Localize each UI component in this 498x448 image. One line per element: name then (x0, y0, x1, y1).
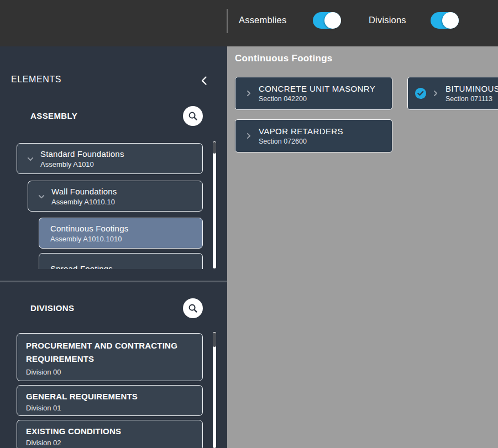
section-card-title: CONCRETE UNIT MASONRY (259, 83, 375, 94)
page-title: Continuous Footings (235, 53, 333, 64)
topbar-divider (227, 9, 228, 33)
tree-item-wall-foundations[interactable]: Wall Foundations Assembly A1010.10 (28, 181, 203, 212)
search-icon (187, 110, 199, 122)
sidebar-title: ELEMENTS (11, 75, 61, 85)
section-card-vapor-retarders[interactable]: VAPOR RETARDERS Section 072600 (235, 119, 392, 152)
assembly-tree: Standard Foundations Assembly A1010 Wall… (0, 141, 227, 269)
divisions-toggle-label: Divisions (369, 15, 406, 25)
section-card-subtitle: Section 071113 (445, 94, 498, 104)
division-item-00[interactable]: PROCUREMENT AND CONTRACTING REQUIREMENTS… (17, 333, 203, 381)
section-card-title: BITUMINOUS (445, 83, 498, 94)
chevron-right-icon (430, 88, 441, 99)
divisions-list: PROCUREMENT AND CONTRACTING REQUIREMENTS… (0, 330, 227, 448)
divisions-toggle-knob (442, 12, 459, 29)
chevron-down-icon (36, 191, 47, 202)
division-subtitle: Division 01 (26, 403, 193, 413)
chevron-down-icon (25, 154, 36, 165)
section-card-subtitle: Section 042200 (259, 94, 375, 104)
chevron-right-icon (243, 88, 254, 99)
assemblies-toggle[interactable] (313, 12, 341, 29)
tree-item-subtitle: Assembly A1010.1010 (50, 234, 128, 244)
tree-item-title: Wall Foundations (51, 186, 117, 197)
division-item-01[interactable]: GENERAL REQUIREMENTS Division 01 (17, 385, 203, 416)
tree-item-title: Spread Footings (50, 263, 113, 270)
division-title: GENERAL REQUIREMENTS (26, 390, 193, 403)
tree-item-subtitle: Assembly A1010.10 (51, 197, 117, 207)
assembly-scrollbar-thumb[interactable] (213, 142, 216, 154)
section-cards: CONCRETE UNIT MASONRY Section 042200 BIT… (235, 77, 498, 152)
division-title: PROCUREMENT AND CONTRACTING REQUIREMENTS (26, 339, 193, 366)
search-icon (187, 302, 199, 314)
section-card-concrete-unit-masonry[interactable]: CONCRETE UNIT MASONRY Section 042200 (235, 77, 392, 110)
check-circle-icon (415, 87, 427, 99)
sidebar-collapse-button[interactable] (198, 74, 211, 87)
chevron-right-icon (243, 130, 254, 141)
divisions-toggle[interactable] (431, 12, 459, 29)
section-card-bituminous[interactable]: BITUMINOUS Section 071113 (407, 77, 498, 110)
division-subtitle: Division 00 (26, 367, 193, 377)
section-card-title: VAPOR RETARDERS (259, 126, 343, 137)
tree-item-spread-footings[interactable]: Spread Footings (39, 253, 203, 269)
divisions-section-title: DIVISIONS (30, 303, 74, 313)
tree-item-title: Standard Foundations (40, 148, 124, 160)
main-content: Continuous Footings CONCRETE UNIT MASONR… (227, 46, 498, 448)
chevron-left-icon (198, 74, 211, 87)
divisions-scrollbar-thumb[interactable] (213, 333, 216, 347)
division-subtitle: Division 02 (26, 438, 193, 448)
assemblies-toggle-label: Assemblies (239, 15, 286, 25)
divisions-search-button[interactable] (183, 298, 203, 318)
top-bar: Assemblies Divisions (0, 0, 498, 46)
tree-item-standard-foundations[interactable]: Standard Foundations Assembly A1010 (17, 143, 203, 174)
assemblies-toggle-knob (324, 12, 341, 29)
assembly-section-title: ASSEMBLY (30, 111, 77, 120)
tree-item-title: Continuous Footings (50, 223, 128, 234)
tree-item-continuous-footings[interactable]: Continuous Footings Assembly A1010.1010 (39, 218, 203, 249)
division-item-02[interactable]: EXISTING CONDITIONS Division 02 (17, 420, 203, 448)
assembly-scrollbar[interactable] (213, 141, 216, 268)
divisions-scrollbar[interactable] (213, 332, 216, 448)
panel-divider (0, 281, 227, 282)
assembly-search-button[interactable] (183, 106, 203, 126)
section-card-subtitle: Section 072600 (259, 137, 343, 146)
division-title: EXISTING CONDITIONS (26, 425, 193, 438)
sidebar: ELEMENTS ASSEMBLY Standard Foundations A… (0, 46, 227, 448)
tree-item-subtitle: Assembly A1010 (40, 160, 124, 170)
